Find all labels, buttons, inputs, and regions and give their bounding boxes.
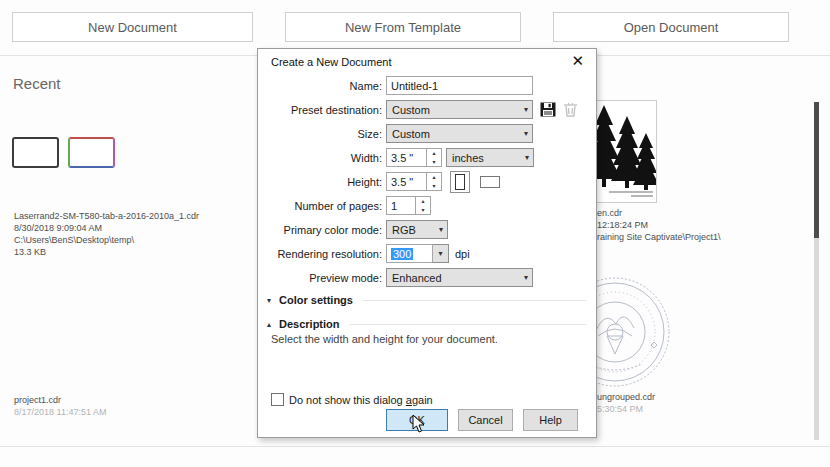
save-preset-icon[interactable] (540, 102, 556, 117)
preset-destination-label: Preset destination: (258, 104, 386, 116)
file-size: 13.3 KB (14, 246, 199, 258)
file-name: ungrouped.cdr (597, 391, 655, 403)
color-settings-section-header[interactable]: ▾ Color settings (267, 294, 586, 306)
do-not-show-again-label: Do not show this dialog again (289, 394, 433, 406)
welcome-screen: New Document New From Template Open Docu… (0, 0, 830, 467)
file-timestamp: 8/30/2018 9:09:04 AM (14, 222, 199, 234)
file-timestamp: 8/17/2018 11:47:51 AM (14, 406, 106, 418)
resolution-input[interactable]: 300 (386, 244, 433, 263)
chevron-down-icon: ▾ (524, 273, 528, 282)
file-path: C:\Users\BenS\Desktop\temp\ (14, 234, 199, 246)
pine-trees-image (591, 101, 656, 202)
units-dropdown[interactable]: inches ▾ (446, 148, 534, 167)
dpi-label: dpi (455, 248, 470, 260)
open-document-button[interactable]: Open Document (553, 12, 789, 42)
primary-color-mode-label: Primary color mode: (258, 224, 386, 236)
recent-item[interactable]: Laserrand2-SM-T580-tab-a-2016-2010a_1.cd… (14, 210, 199, 258)
spinner-up-icon[interactable]: ▴ (416, 197, 430, 206)
scrollbar-thumb[interactable] (814, 102, 819, 238)
chevron-up-icon: ▴ (267, 320, 279, 329)
preset-destination-dropdown[interactable]: Custom ▾ (386, 100, 533, 119)
file-name: Laserrand2-SM-T580-tab-a-2016-2010a_1.cd… (14, 210, 199, 222)
recent-thumbnail-trees[interactable] (590, 100, 657, 203)
spinner-up-icon[interactable]: ▴ (427, 173, 441, 182)
do-not-show-again-checkbox[interactable] (271, 393, 284, 406)
chevron-down-icon: ▾ (524, 105, 528, 114)
spinner-up-icon[interactable]: ▴ (427, 149, 441, 158)
width-input[interactable]: 3.5 " (386, 148, 427, 167)
pages-input[interactable]: 1 (386, 196, 416, 215)
number-of-pages-label: Number of pages: (258, 200, 386, 212)
description-section-header[interactable]: ▴ Description (267, 318, 586, 330)
spinner-down-icon[interactable]: ▾ (416, 206, 430, 215)
recent-item[interactable]: en.cdr 12:18:24 PM raining Site Captivat… (597, 207, 721, 243)
size-label: Size: (258, 128, 386, 140)
file-timestamp: 5:30:54 PM (597, 403, 655, 415)
recent-thumbnail-laserrand[interactable] (12, 137, 59, 168)
chevron-down-icon: ▾ (439, 225, 443, 234)
recent-item[interactable]: ungrouped.cdr 5:30:54 PM (597, 391, 655, 415)
file-path: raining Site Captivate\Project1\ (597, 231, 721, 243)
delete-preset-icon[interactable] (564, 102, 577, 117)
ok-button[interactable]: OK (386, 409, 448, 431)
chevron-down-icon: ▾ (524, 129, 528, 138)
create-new-document-dialog: Create a New Document ✕ Name: Untitled-1… (257, 48, 597, 438)
spinner-down-icon[interactable]: ▾ (427, 158, 441, 167)
recent-item[interactable]: project1.cdr 8/17/2018 11:47:51 AM (14, 394, 106, 418)
file-name: project1.cdr (14, 394, 106, 406)
recent-thumbnail-project1[interactable] (68, 137, 115, 168)
pages-stepper[interactable]: ▴ ▾ (416, 196, 431, 215)
preview-mode-label: Preview mode: (258, 272, 386, 284)
cancel-button[interactable]: Cancel (458, 409, 513, 431)
spinner-down-icon[interactable]: ▾ (427, 182, 441, 191)
file-timestamp: 12:18:24 PM (597, 219, 721, 231)
landscape-orientation-icon[interactable] (480, 176, 500, 188)
description-text: Select the width and height for your doc… (271, 333, 498, 345)
help-button[interactable]: Help (523, 409, 578, 431)
width-stepper[interactable]: ▴ ▾ (427, 148, 442, 167)
preview-mode-dropdown[interactable]: Enhanced ▾ (386, 268, 533, 287)
chevron-down-icon: ▾ (438, 249, 442, 258)
new-document-button[interactable]: New Document (12, 12, 253, 42)
recent-heading: Recent (13, 75, 61, 92)
width-label: Width: (258, 152, 386, 164)
file-name: en.cdr (597, 207, 721, 219)
name-input[interactable]: Untitled-1 (386, 76, 533, 95)
color-mode-dropdown[interactable]: RGB ▾ (386, 220, 448, 239)
height-label: Height: (258, 176, 386, 188)
rendering-resolution-label: Rendering resolution: (258, 248, 386, 260)
height-input[interactable]: 3.5 " (386, 172, 427, 191)
do-not-show-again-row[interactable]: Do not show this dialog again (271, 393, 433, 406)
close-icon[interactable]: ✕ (571, 52, 584, 70)
selected-text: 300 (391, 248, 413, 260)
new-from-template-button[interactable]: New From Template (285, 12, 521, 42)
chevron-down-icon: ▾ (525, 153, 529, 162)
height-stepper[interactable]: ▴ ▾ (427, 172, 442, 191)
portrait-orientation-icon[interactable] (450, 171, 470, 193)
chevron-down-icon: ▾ (267, 296, 279, 305)
name-label: Name: (258, 80, 386, 92)
resolution-dropdown-button[interactable]: ▾ (433, 244, 449, 263)
bottom-divider (0, 446, 830, 447)
dialog-title: Create a New Document (271, 56, 391, 68)
size-dropdown[interactable]: Custom ▾ (386, 124, 533, 143)
vertical-scrollbar[interactable] (814, 102, 819, 440)
